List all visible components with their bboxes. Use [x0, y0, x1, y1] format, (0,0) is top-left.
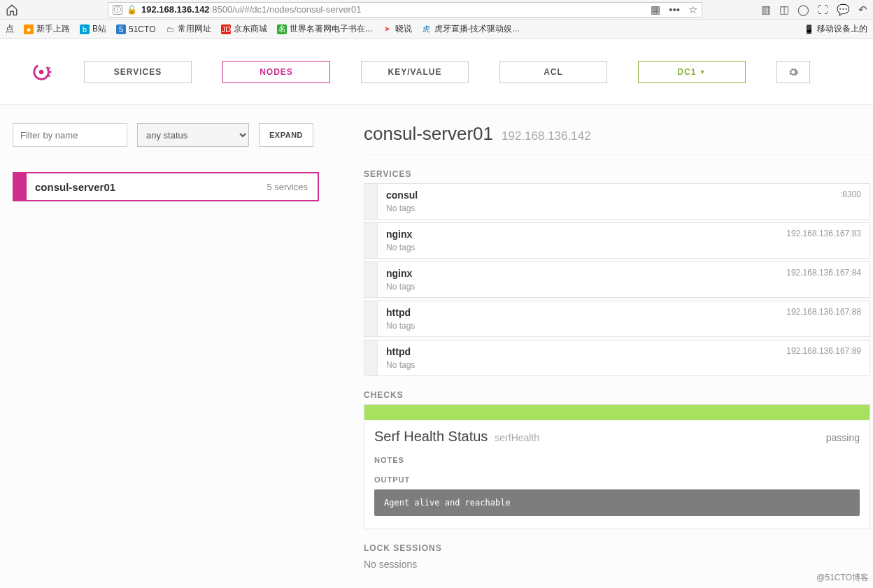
check-status-bar	[364, 405, 870, 420]
bookmark-item[interactable]: ●新手上路	[24, 23, 70, 35]
app-header: SERVICES NODES KEY/VALUE ACL DC1 ▼	[0, 39, 873, 105]
service-row[interactable]: consulNo tags:8300	[364, 183, 870, 220]
home-icon[interactable]	[6, 3, 18, 16]
service-address: 192.168.136.167:88	[786, 307, 861, 317]
status-stripe	[364, 301, 377, 336]
node-detail-pane: consul-server01 192.168.136.142 SERVICES…	[332, 123, 873, 588]
svg-point-4	[48, 75, 50, 77]
service-tags: No tags	[386, 282, 415, 292]
status-stripe	[364, 223, 377, 258]
service-tags: No tags	[386, 321, 415, 331]
consul-logo-icon	[32, 62, 53, 83]
service-address: 192.168.136.167:89	[786, 346, 861, 356]
lock-sessions-text: No sessions	[364, 559, 870, 570]
bookmarks-bar: 点 ●新手上路 bB站 551CTO 🗀常用网址 JD京东商城 名世界名著网电子…	[0, 20, 873, 39]
svg-point-2	[48, 66, 50, 69]
check-id: serfHealth	[495, 432, 539, 443]
service-name: nginx	[386, 268, 415, 279]
services-section-label: SERVICES	[364, 169, 870, 179]
node-list-item[interactable]: consul-server01 5 services	[13, 172, 319, 201]
tab-acl[interactable]: ACL	[499, 61, 607, 83]
account-icon[interactable]: ◯	[797, 3, 809, 16]
service-row[interactable]: httpdNo tags192.168.136.167:88	[364, 301, 870, 337]
bookmark-item[interactable]: 551CTO	[116, 24, 155, 34]
check-output: Agent alive and reachable	[374, 489, 860, 516]
service-address: 192.168.136.167:84	[786, 268, 861, 278]
filter-input[interactable]	[13, 123, 127, 147]
lock-sessions-label: LOCK SESSIONS	[364, 543, 870, 553]
service-name: consul	[386, 189, 418, 201]
check-status: passing	[826, 432, 860, 443]
status-select[interactable]: any status	[137, 123, 249, 147]
status-stripe	[14, 173, 27, 200]
browser-address-bar: ⓘ 🔓 192.168.136.142:8500/ui/#/dc1/nodes/…	[0, 0, 873, 20]
bookmark-item[interactable]: JD京东商城	[221, 23, 267, 35]
undo-icon[interactable]: ↶	[858, 3, 867, 16]
library-icon[interactable]: ▥	[761, 3, 771, 16]
svg-point-3	[50, 71, 52, 73]
service-name: httpd	[386, 307, 415, 318]
watermark: @51CTO博客	[816, 572, 869, 584]
service-row[interactable]: nginxNo tags192.168.136.167:83	[364, 222, 870, 259]
service-tags: No tags	[386, 203, 418, 213]
sidebar-icon[interactable]: ◫	[779, 3, 789, 16]
service-tags: No tags	[386, 243, 415, 252]
url-text: 192.168.136.142:8500/ui/#/dc1/nodes/cons…	[141, 4, 361, 15]
svg-point-1	[39, 69, 44, 74]
screenshot-icon[interactable]: ⛶	[818, 3, 828, 16]
service-name: nginx	[386, 229, 415, 240]
service-row[interactable]: httpdNo tags192.168.136.167:89	[364, 340, 870, 376]
bookmark-item[interactable]: 🗀常用网址	[165, 23, 211, 35]
node-list-pane: any status EXPAND consul-server01 5 serv…	[0, 123, 332, 588]
status-stripe	[364, 184, 377, 219]
tab-keyvalue[interactable]: KEY/VALUE	[361, 61, 469, 83]
status-stripe	[364, 340, 377, 375]
chat-icon[interactable]: 💬	[837, 3, 850, 16]
bookmark-star-icon[interactable]: ☆	[688, 3, 697, 16]
url-input-box[interactable]: ⓘ 🔓 192.168.136.142:8500/ui/#/dc1/nodes/…	[108, 2, 702, 17]
insecure-icon: 🔓	[127, 5, 137, 15]
bookmark-item[interactable]: bB站	[80, 23, 106, 35]
service-row[interactable]: nginxNo tags192.168.136.167:84	[364, 261, 870, 298]
check-title: Serf Health Status	[374, 429, 488, 445]
bookmark-item[interactable]: 📱移动设备上的	[804, 23, 867, 35]
bookmark-item[interactable]: ➤晓说	[383, 23, 412, 35]
bookmark-item[interactable]: 名世界名著网电子书在...	[277, 23, 372, 35]
bookmark-item[interactable]: 虎虎牙直播-技术驱动娱...	[422, 23, 520, 35]
service-name: httpd	[386, 346, 415, 357]
service-count: 5 services	[267, 182, 318, 192]
service-address: 192.168.136.167:83	[786, 229, 861, 238]
chevron-down-icon: ▼	[700, 69, 707, 76]
output-label: OUTPUT	[374, 475, 860, 484]
node-ip: 192.168.136.142	[502, 129, 591, 143]
more-icon[interactable]: •••	[669, 3, 680, 16]
notes-label: NOTES	[374, 456, 860, 464]
site-info-icon[interactable]: ⓘ	[113, 5, 122, 15]
gear-icon	[788, 66, 799, 78]
bookmark-item[interactable]: 点	[6, 23, 14, 35]
tab-services[interactable]: SERVICES	[84, 61, 192, 83]
expand-button[interactable]: EXPAND	[259, 123, 313, 147]
tab-nodes[interactable]: NODES	[222, 61, 330, 83]
service-address: :8300	[840, 189, 861, 199]
checks-section-label: CHECKS	[364, 390, 870, 400]
node-name: consul-server01	[27, 181, 267, 193]
settings-button[interactable]	[776, 61, 810, 83]
service-tags: No tags	[386, 360, 415, 370]
datacenter-select[interactable]: DC1 ▼	[638, 61, 746, 83]
page-title: consul-server01	[364, 123, 493, 145]
qr-icon[interactable]: ▦	[651, 3, 660, 16]
health-check-card: Serf Health Status serfHealth passing NO…	[364, 404, 870, 529]
status-stripe	[364, 262, 377, 297]
